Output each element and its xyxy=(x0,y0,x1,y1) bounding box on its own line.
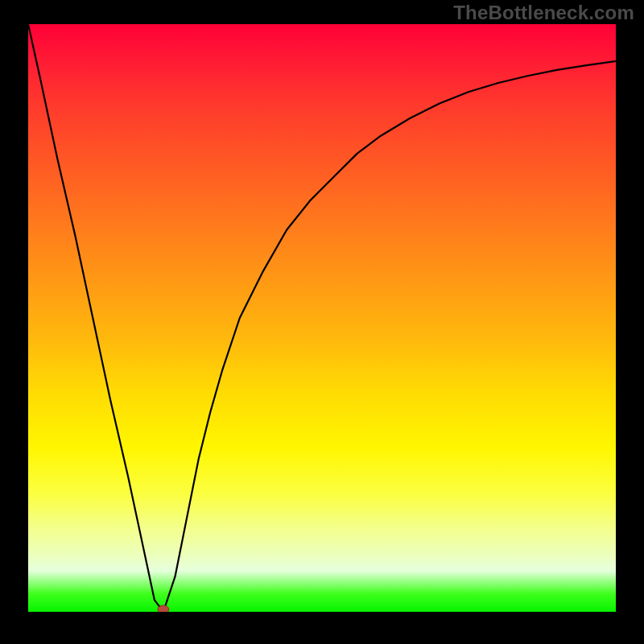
minimum-marker-dot xyxy=(158,605,169,612)
bottleneck-curve xyxy=(28,24,616,612)
curve-svg xyxy=(28,24,616,612)
watermark-text: TheBottleneck.com xyxy=(453,2,634,24)
plot-area xyxy=(28,24,616,612)
chart-frame: TheBottleneck.com xyxy=(0,0,644,644)
